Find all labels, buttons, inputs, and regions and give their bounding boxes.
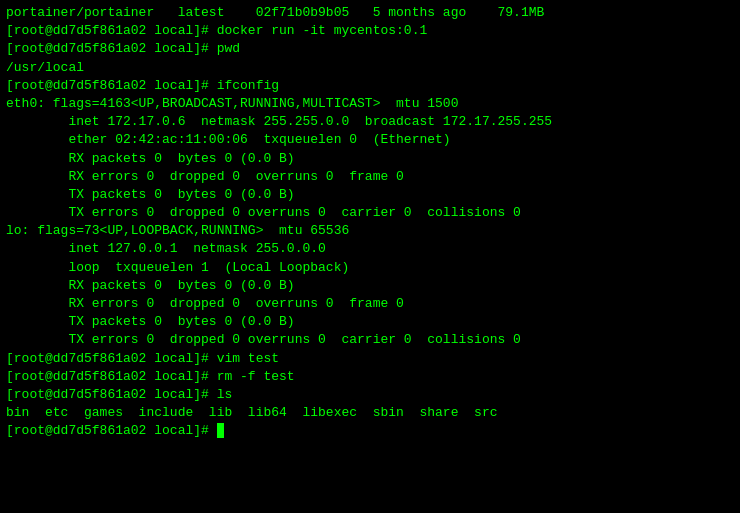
- terminal-line-7: ether 02:42:ac:11:00:06 txqueuelen 0 (Et…: [6, 131, 734, 149]
- terminal-line-2: [root@dd7d5f861a02 local]# pwd: [6, 40, 734, 58]
- terminal-line-10: TX packets 0 bytes 0 (0.0 B): [6, 186, 734, 204]
- terminal-line-11: TX errors 0 dropped 0 overruns 0 carrier…: [6, 204, 734, 222]
- terminal-line-15: loop txqueuelen 1 (Local Loopback): [6, 259, 734, 277]
- terminal-line-1: [root@dd7d5f861a02 local]# docker run -i…: [6, 22, 734, 40]
- terminal-line-14: inet 127.0.0.1 netmask 255.0.0.0: [6, 240, 734, 258]
- terminal-line-21: [root@dd7d5f861a02 local]# vim test: [6, 350, 734, 368]
- terminal-line-13: lo: flags=73<UP,LOOPBACK,RUNNING> mtu 65…: [6, 222, 734, 240]
- terminal-line-17: RX errors 0 dropped 0 overruns 0 frame 0: [6, 295, 734, 313]
- terminal-line-23: [root@dd7d5f861a02 local]# ls: [6, 386, 734, 404]
- terminal-line-24: bin etc games include lib lib64 libexec …: [6, 404, 734, 422]
- cursor: [217, 423, 225, 438]
- terminal-line-16: RX packets 0 bytes 0 (0.0 B): [6, 277, 734, 295]
- terminal-line-3: /usr/local: [6, 59, 734, 77]
- terminal-line-4: [root@dd7d5f861a02 local]# ifconfig: [6, 77, 734, 95]
- terminal[interactable]: portainer/portainer latest 02f71b0b9b05 …: [0, 0, 740, 513]
- terminal-line-8: RX packets 0 bytes 0 (0.0 B): [6, 150, 734, 168]
- terminal-cursor-line[interactable]: [root@dd7d5f861a02 local]#: [6, 422, 734, 440]
- terminal-line-5: eth0: flags=4163<UP,BROADCAST,RUNNING,MU…: [6, 95, 734, 113]
- terminal-line-18: TX packets 0 bytes 0 (0.0 B): [6, 313, 734, 331]
- terminal-line-6: inet 172.17.0.6 netmask 255.255.0.0 broa…: [6, 113, 734, 131]
- terminal-line-9: RX errors 0 dropped 0 overruns 0 frame 0: [6, 168, 734, 186]
- terminal-line-0: portainer/portainer latest 02f71b0b9b05 …: [6, 4, 734, 22]
- terminal-line-22: [root@dd7d5f861a02 local]# rm -f test: [6, 368, 734, 386]
- terminal-line-19: TX errors 0 dropped 0 overruns 0 carrier…: [6, 331, 734, 349]
